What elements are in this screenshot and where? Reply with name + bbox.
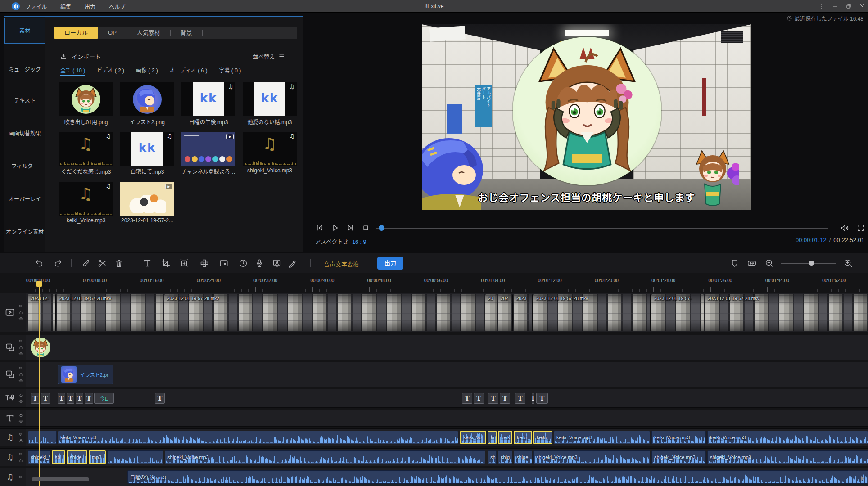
lock-icon[interactable] [18, 393, 23, 398]
prev-frame-icon[interactable] [315, 223, 325, 233]
media-item-4[interactable]: ♫♫ぐだぐだな感じ.mp3 [59, 132, 113, 175]
aspect-ratio[interactable]: アスペクト比16 : 9 [315, 237, 366, 246]
speaker-icon[interactable] [18, 304, 23, 309]
sidebar-item-3[interactable]: 画面切替効果 [4, 127, 45, 140]
audio-clip[interactable]: sh [52, 450, 65, 464]
split-icon[interactable] [97, 258, 107, 268]
close-icon[interactable] [859, 3, 865, 9]
video-preview[interactable]: アルバイトパート大募集! おじ会オフェンス担当の胡桃ケーキと申します [422, 24, 751, 210]
audio-clip[interactable]: shige [67, 450, 87, 464]
stop-icon[interactable] [361, 223, 371, 233]
subtitle-clip[interactable]: T [532, 393, 534, 404]
media-item-9[interactable]: ▶2023-12-01 19-57-2... [120, 182, 174, 224]
delete-icon[interactable] [114, 258, 124, 268]
subtitle-clip[interactable]: T [31, 393, 40, 404]
seek-bar[interactable] [376, 228, 828, 229]
audio-clip[interactable]: ki [488, 431, 497, 444]
audio-clip[interactable]: keiki_Voice.mp3 [554, 431, 650, 444]
audio-clip[interactable]: keiki_Vo [460, 431, 486, 444]
video-clip[interactable]: 2023-12-01 19-57- [651, 294, 704, 331]
subtitle-clip[interactable]: T [76, 393, 83, 404]
speaker-icon[interactable] [18, 475, 23, 480]
zoom-in-icon[interactable] [843, 258, 853, 268]
eye-icon[interactable] [18, 399, 23, 404]
audio-clip[interactable]: keiki_Voice.mp3 [707, 431, 868, 444]
lock-icon[interactable] [18, 413, 23, 418]
audio-clip[interactable]: shigeki_Voice.mp3 [533, 450, 650, 464]
subtitle-clip[interactable]: T [67, 393, 74, 404]
media-item-2[interactable]: kk♫日曜の午後.mp3 [181, 82, 235, 126]
minimize-icon[interactable] [832, 3, 838, 9]
menu-item-0[interactable]: ファイル [25, 3, 47, 10]
media-item-5[interactable]: kk♫自宅にて.mp3 [120, 132, 174, 175]
subtitle-clip[interactable]: T [58, 393, 65, 404]
marker-icon[interactable] [730, 258, 740, 268]
video-clip[interactable]: 2023 [514, 294, 533, 331]
crop-icon[interactable] [161, 258, 171, 268]
video-clip[interactable]: 2023-12-01 19-57-28.mkv [533, 294, 651, 331]
sidebar-item-6[interactable]: オンライン素材 [4, 225, 45, 239]
audio-clip[interactable]: shig [498, 450, 512, 464]
media-item-0[interactable]: 吹き出し01用.png [59, 82, 113, 126]
next-frame-icon[interactable] [346, 223, 355, 233]
audio-clip[interactable]: shige [514, 450, 532, 464]
zoom-out-icon[interactable] [764, 258, 774, 268]
timeline-ruler[interactable]: 00:00:00.0000:00:08.0000:00:16.0000:00:2… [28, 275, 868, 292]
play-icon[interactable] [330, 223, 340, 233]
menu-item-1[interactable]: 編集 [60, 3, 71, 10]
overlay-clip[interactable] [31, 338, 51, 357]
audio-clip[interactable]: keiki_ [533, 431, 552, 444]
more-menu-icon[interactable] [818, 3, 825, 9]
audio-clip[interactable] [107, 450, 163, 464]
subtitle-clip[interactable]: T [85, 393, 93, 404]
playhead-handle[interactable] [36, 281, 42, 287]
fullscreen-icon[interactable] [856, 223, 865, 232]
sidebar-item-0[interactable]: 素材 [4, 18, 45, 44]
seek-knob[interactable] [379, 225, 384, 231]
speaker-icon[interactable] [18, 452, 23, 457]
export-button[interactable]: 出力 [377, 257, 403, 270]
timeline-zoom-handle[interactable] [809, 261, 814, 266]
sidebar-item-5[interactable]: オーバーレイ [4, 193, 45, 206]
media-item-7[interactable]: ♫♫shigeki_Voice.mp3 [243, 132, 297, 174]
app-logo-icon[interactable] [12, 2, 20, 10]
sidebar-item-4[interactable]: フィルター [4, 160, 45, 173]
subtitle-clip[interactable]: T [488, 393, 498, 404]
timeline-zoom-slider[interactable] [781, 263, 836, 264]
fit-timeline-icon[interactable] [747, 258, 757, 268]
sidebar-item-2[interactable]: テキスト [4, 94, 45, 108]
subtitle-clip[interactable]: T [536, 393, 548, 404]
scroll-right-arrow[interactable] [861, 476, 864, 481]
freeze-frame-icon[interactable] [179, 258, 189, 268]
text-icon[interactable] [142, 258, 152, 268]
audio-clip[interactable]: mp3 [89, 450, 106, 464]
playhead-line[interactable] [39, 282, 40, 486]
audio-clip[interactable]: 日曜の午後.mp3 [127, 470, 868, 484]
video-clip[interactable]: 202 [498, 294, 513, 331]
voiceover-icon[interactable] [254, 258, 264, 268]
lock-icon[interactable] [18, 372, 23, 377]
audio-clip[interactable]: keiki_ [514, 431, 532, 444]
video-clip[interactable]: 20 [485, 294, 497, 331]
speaker-icon[interactable] [18, 339, 23, 344]
audio-clip[interactable]: shigeki_Voice.mp3 [165, 450, 485, 464]
speed-icon[interactable] [238, 258, 248, 268]
timeline-scrollbar[interactable] [32, 477, 89, 481]
audio-clip[interactable] [28, 431, 57, 444]
overlay-clip[interactable]: イラスト2.pr [58, 364, 113, 384]
portrait-icon[interactable] [272, 258, 282, 268]
eye-icon[interactable] [18, 378, 23, 383]
media-item-8[interactable]: ♫♫keiki_Voice.mp3 [59, 182, 113, 224]
maximize-icon[interactable] [845, 3, 852, 9]
lock-icon[interactable] [18, 438, 23, 443]
audio-clip[interactable]: keiki_Voice.mp3 [651, 431, 706, 444]
menu-item-2[interactable]: 出力 [85, 3, 95, 10]
subtitle-clip[interactable]: T [500, 393, 510, 404]
speech-to-text-button[interactable]: 音声文字変換 [324, 260, 359, 268]
lock-icon[interactable] [18, 345, 23, 350]
lock-icon[interactable] [18, 310, 23, 315]
volume-icon[interactable] [840, 223, 850, 233]
video-clip[interactable]: 2023-12-01 19-57-28.mkv [57, 294, 163, 331]
redo-icon[interactable] [53, 258, 63, 268]
audio-clip[interactable]: shigeki_Voice.mp3 [707, 450, 868, 464]
